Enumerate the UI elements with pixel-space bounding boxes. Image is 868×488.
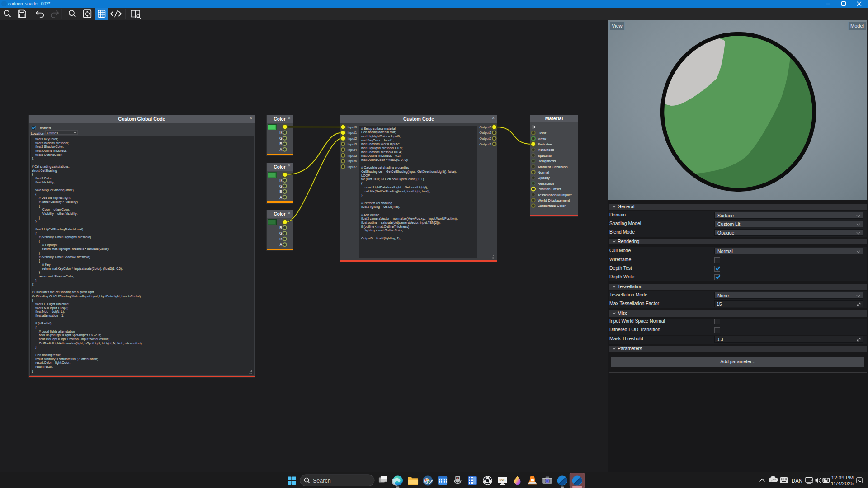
svg-text:11/4/2025: 11/4/2025	[831, 481, 854, 486]
svg-text:Search: Search	[313, 478, 331, 484]
svg-text:DAN: DAN	[792, 478, 802, 483]
svg-text:SVG: SVG	[500, 479, 506, 482]
svg-text:12:39 PM: 12:39 PM	[831, 475, 854, 480]
